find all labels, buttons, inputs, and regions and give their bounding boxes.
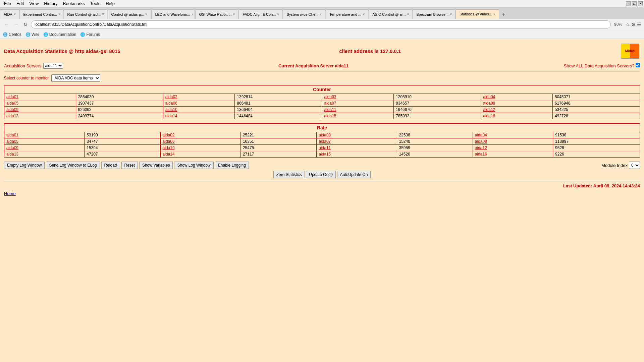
table-row[interactable]: aida15 <box>317 151 397 158</box>
tab-asic[interactable]: ASIC Control @ ai... × <box>369 9 412 19</box>
bookmark-forums[interactable]: 🌐 Forums <box>80 32 100 37</box>
table-row[interactable]: aida01 <box>4 94 76 100</box>
tab-close-temp[interactable]: × <box>363 12 365 16</box>
table-row[interactable]: aida06 <box>163 100 235 107</box>
table-row[interactable]: aida12 <box>473 145 553 151</box>
back-button[interactable]: ← <box>3 20 11 28</box>
tab-white-rabbit[interactable]: GSI White Rabbit ... × <box>195 9 238 19</box>
table-row[interactable]: aida08 <box>473 138 553 145</box>
send-log-button[interactable]: Send Log Window to ELog <box>46 162 100 169</box>
reload-button[interactable]: Reload <box>101 162 120 169</box>
menu-icon[interactable]: ☰ <box>637 22 641 27</box>
tab-experiment-control[interactable]: Experiment Contro... × <box>20 9 63 19</box>
table-row[interactable]: aida09 <box>4 107 76 113</box>
table-row[interactable]: aida07 <box>317 138 397 145</box>
module-index-select[interactable]: 0 <box>629 162 640 169</box>
menu-help[interactable]: Help <box>103 0 117 7</box>
tab-led[interactable]: LED and Waveform... × <box>151 9 195 19</box>
server-select[interactable]: aida11 <box>43 63 63 69</box>
table-row: 15240 <box>397 138 473 145</box>
table-row[interactable]: aida02 <box>160 132 240 138</box>
table-row[interactable]: aida07 <box>322 100 394 107</box>
counter-type-select[interactable]: AIDA ADC data items <box>51 74 100 82</box>
table-row[interactable]: aida04 <box>481 94 553 100</box>
tab-spectrum[interactable]: Spectrum Browse... × <box>413 9 455 19</box>
tab-temperature[interactable]: Temperature and ... × <box>326 9 368 19</box>
maximize-button[interactable]: □ <box>632 1 637 6</box>
address-bar: ← → ↻ 90% ☆ ⚙ ☰ <box>0 19 644 30</box>
tab-close-system[interactable]: × <box>320 12 322 16</box>
update-once-button[interactable]: Update Once <box>306 171 336 178</box>
table-row[interactable]: aida09 <box>4 145 85 151</box>
menu-tools[interactable]: Tools <box>88 0 103 7</box>
table-row[interactable]: aida16 <box>481 113 553 119</box>
tab-close-experiment[interactable]: × <box>58 12 60 16</box>
empty-log-button[interactable]: Empty Log Window <box>4 162 45 169</box>
bookmark-centos[interactable]: 🌐 Centos <box>3 32 21 37</box>
table-row[interactable]: aida14 <box>163 113 235 119</box>
tab-aida[interactable]: AIDA × <box>0 9 19 19</box>
tab-close-aida[interactable]: × <box>14 12 16 16</box>
auto-update-button[interactable]: AutoUpdate On <box>337 171 371 178</box>
close-button[interactable]: × <box>638 1 643 6</box>
tab-control[interactable]: Control @ aidas-g... × <box>108 9 151 19</box>
minimize-button[interactable]: _ <box>626 1 631 6</box>
tab-close-run[interactable]: × <box>102 12 104 16</box>
reload-page-button[interactable]: ↻ <box>21 20 30 28</box>
table-row[interactable]: aida05 <box>4 138 85 145</box>
table-row[interactable]: aida03 <box>317 132 397 138</box>
new-tab-button[interactable]: + <box>499 10 508 19</box>
extensions-icon[interactable]: ⚙ <box>631 22 636 27</box>
forward-button[interactable]: → <box>12 20 20 28</box>
table-row: 25475 <box>240 145 316 151</box>
show-variables-button[interactable]: Show Variables <box>139 162 173 169</box>
table-row[interactable]: aida11 <box>322 107 394 113</box>
show-all-checkbox[interactable] <box>636 63 640 67</box>
tab-close-wr[interactable]: × <box>233 12 235 16</box>
bookmark-wiki[interactable]: 🌐 Wiki <box>25 32 39 37</box>
table-row[interactable]: aida13 <box>4 151 85 158</box>
tab-close-asic[interactable]: × <box>407 12 409 16</box>
table-row[interactable]: aida14 <box>160 151 240 158</box>
tab-statistics[interactable]: Statistics @ aidas... × <box>456 9 499 19</box>
table-row[interactable]: aida10 <box>163 107 235 113</box>
tab-fadc[interactable]: FADC Align & Con... × <box>239 9 282 19</box>
table-row[interactable]: aida05 <box>4 100 76 107</box>
reset-button[interactable]: Reset <box>121 162 138 169</box>
table-row[interactable]: aida01 <box>4 132 85 138</box>
table-row: 785992 <box>394 113 481 119</box>
bookmark-documentation[interactable]: 🌐 Documentation <box>43 32 76 37</box>
bookmark-star-icon[interactable]: ☆ <box>626 22 630 27</box>
menu-history[interactable]: History <box>41 0 60 7</box>
table-row[interactable]: aida08 <box>481 100 553 107</box>
tab-close-control[interactable]: × <box>146 12 148 16</box>
enable-logging-button[interactable]: Enable Logging <box>215 162 249 169</box>
tab-close-spectrum[interactable]: × <box>450 12 452 16</box>
table-row[interactable]: aida13 <box>4 113 76 119</box>
menu-bookmarks[interactable]: Bookmarks <box>60 0 88 7</box>
home-link[interactable]: Home <box>4 191 16 196</box>
table-row[interactable]: aida11 <box>317 145 397 151</box>
address-input[interactable] <box>31 20 611 28</box>
table-row[interactable]: aida04 <box>473 132 553 138</box>
table-row[interactable]: aida02 <box>163 94 235 100</box>
show-log-button[interactable]: Show Log Window <box>174 162 213 169</box>
menu-edit[interactable]: Edit <box>14 0 26 7</box>
menu-file[interactable]: File <box>1 0 14 7</box>
table-row[interactable]: aida16 <box>473 151 553 158</box>
table-row[interactable]: aida10 <box>160 145 240 151</box>
menu-view[interactable]: View <box>26 0 41 7</box>
table-row: 2864030 <box>76 94 163 100</box>
table-row: 22538 <box>397 132 473 138</box>
table-row[interactable]: aida06 <box>160 138 240 145</box>
tab-system[interactable]: System wide Che... × <box>283 9 325 19</box>
table-row[interactable]: aida03 <box>322 94 394 100</box>
tab-close-fadc[interactable]: × <box>277 12 279 16</box>
tab-close-stats[interactable]: × <box>493 12 495 16</box>
zero-statistics-button[interactable]: Zero Statistics <box>273 171 305 178</box>
tab-run-control[interactable]: Run Control @ aid... × <box>64 9 107 19</box>
table-row[interactable]: aida15 <box>322 113 394 119</box>
table-row[interactable]: aida12 <box>481 107 553 113</box>
rate-table: aida0153190aida0225221aida0322538aida049… <box>4 132 640 158</box>
tab-close-led[interactable]: × <box>192 12 194 16</box>
